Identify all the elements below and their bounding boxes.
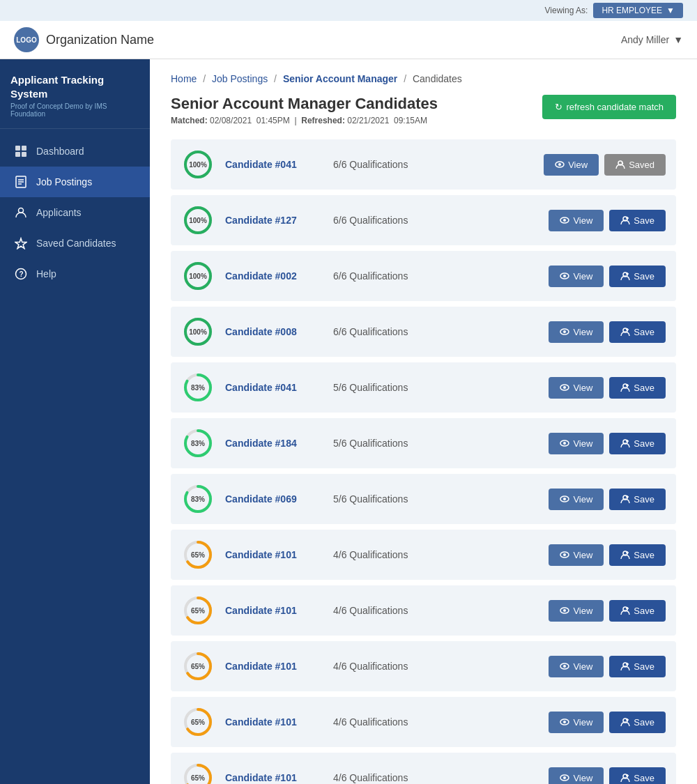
svg-text:?: ? (20, 270, 24, 278)
progress-circle: 65% (181, 705, 215, 739)
viewing-as-dropdown[interactable]: HR EMPLOYEE ▼ (593, 3, 683, 18)
candidate-name[interactable]: Candidate #101 (225, 661, 323, 672)
svg-point-83 (563, 721, 566, 723)
org-name: Organization Name (46, 33, 154, 47)
save-button[interactable]: Save (609, 433, 666, 454)
user-menu[interactable]: Andy Miller ▼ (621, 34, 683, 45)
view-button[interactable]: View (549, 600, 604, 622)
view-button[interactable]: View (549, 712, 604, 733)
page-title: Senior Account Manager Candidates (171, 95, 438, 113)
sidebar-nav: Dashboard Job Postings (0, 129, 150, 296)
progress-circle: 100% (181, 315, 215, 348)
svg-point-34 (563, 330, 566, 333)
progress-label: 65% (191, 774, 205, 782)
sidebar-label-help: Help (36, 268, 56, 279)
save-button[interactable]: Save (609, 377, 666, 399)
candidate-qualifications: 4/6 Qualifications (333, 549, 538, 560)
view-button[interactable]: View (549, 544, 604, 566)
table-row: 65% Candidate #101 4/6 Qualifications Vi… (171, 753, 676, 784)
sidebar-item-applicants[interactable]: Applicants (0, 197, 150, 228)
sidebar-item-job-postings[interactable]: Job Postings (0, 167, 150, 197)
breadcrumb-current: Senior Account Manager (283, 73, 397, 84)
svg-rect-0 (15, 146, 20, 151)
progress-label: 100% (189, 272, 207, 280)
candidate-actions: View Save (549, 712, 666, 733)
progress-label: 65% (191, 718, 205, 726)
svg-point-76 (563, 665, 566, 668)
candidate-name[interactable]: Candidate #127 (225, 215, 323, 226)
main-content: Home / Job Postings / Senior Account Man… (150, 59, 697, 784)
candidate-name[interactable]: Candidate #041 (225, 382, 323, 393)
candidate-actions: View Save (549, 377, 666, 399)
sidebar-item-saved-candidates[interactable]: Saved Candidates (0, 228, 150, 259)
save-button[interactable]: Save (609, 767, 666, 785)
candidate-actions: View Save (549, 433, 666, 454)
progress-label: 100% (189, 161, 207, 169)
sidebar-item-dashboard[interactable]: Dashboard (0, 136, 150, 167)
progress-label: 100% (189, 217, 207, 224)
app-subtitle: Proof of Concept Demo by IMS Foundation (10, 102, 139, 118)
dashboard-icon (14, 144, 28, 158)
progress-label: 83% (191, 384, 205, 392)
progress-label: 100% (189, 328, 207, 336)
candidate-name[interactable]: Candidate #002 (225, 270, 323, 282)
save-button[interactable]: Save (609, 210, 666, 231)
candidate-actions: View Save (549, 656, 666, 677)
sidebar-item-help[interactable]: ? Help (0, 259, 150, 289)
candidate-name[interactable]: Candidate #008 (225, 326, 323, 337)
candidate-name[interactable]: Candidate #184 (225, 438, 323, 449)
user-dropdown-arrow: ▼ (673, 34, 683, 45)
table-row: 100% Candidate #041 6/6 Qualifications V… (171, 139, 676, 190)
logo: LOGO (14, 27, 39, 52)
view-button[interactable]: View (549, 489, 604, 510)
candidate-name[interactable]: Candidate #101 (225, 605, 323, 616)
view-button[interactable]: View (544, 154, 599, 176)
save-button[interactable]: Save (609, 489, 666, 510)
table-row: 65% Candidate #101 4/6 Qualifications Vi… (171, 641, 676, 691)
candidate-name[interactable]: Candidate #101 (225, 772, 323, 783)
save-button[interactable]: Save (609, 712, 666, 733)
progress-label: 65% (191, 551, 205, 559)
view-button[interactable]: View (549, 433, 604, 454)
progress-circle: 65% (181, 538, 215, 571)
svg-rect-2 (15, 152, 20, 157)
view-button[interactable]: View (549, 210, 604, 231)
candidate-qualifications: 4/6 Qualifications (333, 605, 538, 616)
candidate-actions: View Save (549, 767, 666, 785)
progress-circle: 83% (181, 371, 215, 404)
candidate-qualifications: 5/6 Qualifications (333, 382, 538, 393)
save-button[interactable]: Save (609, 544, 666, 566)
view-button[interactable]: View (549, 656, 604, 677)
progress-circle: 100% (181, 259, 215, 293)
view-button[interactable]: View (549, 266, 604, 287)
candidate-name[interactable]: Candidate #101 (225, 716, 323, 728)
candidate-name[interactable]: Candidate #041 (225, 159, 323, 170)
candidate-name[interactable]: Candidate #101 (225, 549, 323, 560)
view-button[interactable]: View (549, 767, 604, 785)
refresh-btn[interactable]: ↻ refresh candidate match (542, 95, 676, 119)
viewing-as-label: Viewing As: (545, 6, 588, 15)
candidate-actions: View Save (549, 489, 666, 510)
save-button[interactable]: Save (609, 321, 666, 343)
candidate-qualifications: 5/6 Qualifications (333, 438, 538, 449)
candidate-actions: View Saved (544, 154, 666, 176)
view-button[interactable]: View (549, 377, 604, 399)
breadcrumb-home[interactable]: Home (171, 73, 197, 84)
view-button[interactable]: View (549, 321, 604, 343)
table-row: 100% Candidate #008 6/6 Qualifications V… (171, 307, 676, 357)
saved-button[interactable]: Saved (604, 154, 666, 176)
candidate-actions: View Save (549, 266, 666, 287)
saved-candidates-icon (14, 236, 28, 250)
progress-label: 83% (191, 440, 205, 447)
candidate-qualifications: 6/6 Qualifications (333, 270, 538, 282)
save-button[interactable]: Save (609, 656, 666, 677)
save-button[interactable]: Save (609, 266, 666, 287)
save-button[interactable]: Save (609, 600, 666, 622)
candidate-list: 100% Candidate #041 6/6 Qualifications V… (171, 139, 676, 784)
candidate-qualifications: 5/6 Qualifications (333, 493, 538, 505)
sidebar-label-saved-candidates: Saved Candidates (36, 238, 116, 249)
candidate-name[interactable]: Candidate #069 (225, 493, 323, 505)
table-row: 83% Candidate #069 5/6 Qualifications Vi… (171, 474, 676, 524)
breadcrumb-job-postings[interactable]: Job Postings (212, 73, 268, 84)
candidate-qualifications: 4/6 Qualifications (333, 661, 538, 672)
